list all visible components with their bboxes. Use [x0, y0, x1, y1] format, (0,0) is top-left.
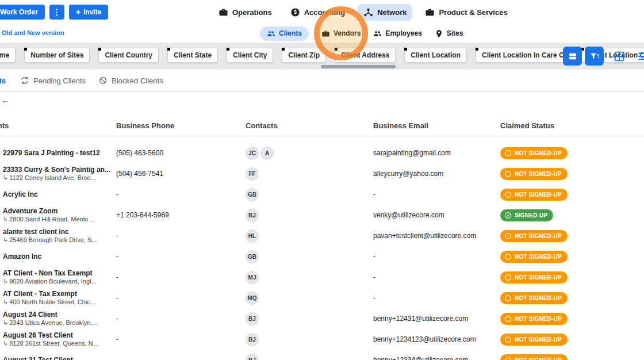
work-order-button[interactable]: Work Order — [0, 5, 45, 20]
table-row[interactable]: alante test client inc ↳ 25469 Borough P… — [0, 225, 644, 246]
table-row[interactable]: Adventure Zoom ↳ 2800 Sand Hill Road, Me… — [0, 205, 644, 225]
contact-avatar[interactable]: MJ — [246, 271, 259, 284]
claimed-status-cell: SIGNED-UP — [497, 209, 644, 221]
contact-avatar[interactable]: A — [260, 147, 274, 160]
header-clients[interactable]: Clients — [0, 121, 113, 130]
table-row[interactable]: August 31 Test Client - BJ benny+12334@u… — [0, 350, 644, 360]
client-address: ↳ 1122 Coney Island Ave, Broo... — [3, 174, 113, 182]
column-chip-number-of-sites[interactable]: Number of Sites — [24, 48, 90, 63]
table-body: 22979 Sara J Painting - test12 (505) 463… — [0, 137, 644, 360]
map-pin-icon — [435, 29, 443, 38]
client-name[interactable]: alante test client inc — [3, 228, 113, 236]
main-nav: Operations Accounting Network Product & … — [213, 0, 513, 24]
contact-avatar[interactable]: FF — [246, 167, 259, 181]
contact-avatar[interactable]: GB — [246, 250, 259, 263]
business-phone: - — [113, 232, 243, 240]
contact-avatar[interactable]: JC — [246, 147, 259, 160]
tab-blocked-clients[interactable]: Blocked Clients — [98, 76, 163, 85]
card-view-button[interactable] — [563, 47, 582, 66]
column-chip-client-name[interactable]: Client Name — [0, 48, 16, 63]
claimed-status-badge[interactable]: NOT SIGNED-UP — [500, 292, 568, 304]
claimed-status-badge[interactable]: NOT SIGNED-UP — [500, 354, 568, 360]
nav-accounting[interactable]: Accounting — [285, 4, 351, 21]
claimed-status-badge[interactable]: NOT SIGNED-UP — [500, 189, 568, 201]
header-claimed-status[interactable]: Claimed Status — [497, 121, 644, 130]
client-name[interactable]: 22979 Sara J Painting - test12 — [3, 149, 113, 157]
column-chip-client-zip[interactable]: Client Zip — [282, 48, 326, 63]
header-business-email[interactable]: Business Email — [370, 121, 497, 130]
column-chip-client-location-in-care-of[interactable]: Client Location In Care Of — [476, 48, 573, 63]
filter-sort-button[interactable] — [585, 47, 604, 66]
subnav-item-sites[interactable]: Sites — [435, 29, 463, 38]
subnav-item-vendors[interactable]: Vendors — [321, 29, 361, 38]
pending-icon — [20, 76, 29, 85]
contact-avatar[interactable]: BJ — [246, 209, 259, 222]
business-phone: - — [113, 252, 243, 261]
client-name[interactable]: 23333 Curry & Son's Paintig an... — [3, 166, 113, 174]
nav-product-services[interactable]: Product & Services — [419, 4, 513, 21]
client-name[interactable]: AT Client - Tax Exempt — [3, 290, 113, 298]
claimed-status-cell: NOT SIGNED-UP — [497, 189, 644, 201]
chips-scrollbar[interactable] — [321, 65, 396, 68]
column-chip-client-location[interactable]: Client Location — [404, 48, 467, 63]
business-email: alleycurry@yahoo.com — [370, 170, 497, 178]
claimed-status-badge[interactable]: NOT SIGNED-UP — [500, 271, 568, 284]
claimed-status-badge[interactable]: NOT SIGNED-UP — [500, 251, 568, 263]
client-name[interactable]: Adventure Zoom — [3, 207, 113, 215]
subnav-item-employees[interactable]: Employees — [373, 29, 421, 38]
claimed-status-badge[interactable]: NOT SIGNED-UP — [500, 334, 568, 346]
version-link[interactable]: Old and New version — [2, 29, 64, 36]
people-icon — [267, 29, 275, 38]
sub-location-arrow-icon: ↳ — [3, 340, 8, 347]
claimed-status-badge[interactable]: NOT SIGNED-UP — [500, 313, 568, 325]
contact-avatar[interactable]: BJ — [246, 333, 259, 346]
client-name[interactable]: August 31 Test Client — [3, 356, 113, 360]
column-chip-client-country[interactable]: Client Country — [98, 48, 159, 63]
exclamation-circle-icon — [504, 253, 512, 261]
nav-label: Accounting — [304, 8, 346, 17]
claimed-status-badge[interactable]: SIGNED-UP — [500, 209, 553, 221]
claimed-status-badge[interactable]: NOT SIGNED-UP — [500, 168, 568, 180]
client-name[interactable]: Amazon Inc — [3, 252, 113, 261]
list-view-button[interactable] — [635, 48, 644, 64]
table-row[interactable]: AT Client - Tax Exempt ↳ 400 North Noble… — [0, 288, 644, 308]
tab-active-clients[interactable]: Active Clients — [0, 76, 7, 85]
table-row[interactable]: 22979 Sara J Painting - test12 (505) 463… — [0, 143, 644, 163]
claimed-status-cell: NOT SIGNED-UP — [497, 168, 644, 180]
header-business-phone[interactable]: Business Phone — [113, 121, 243, 130]
contact-avatar[interactable]: MQ — [246, 292, 259, 305]
client-name[interactable]: August 24 Client — [3, 311, 113, 319]
contact-avatar[interactable]: HL — [246, 229, 259, 243]
business-phone: +1 203-644-5969 — [113, 211, 243, 219]
client-name[interactable]: Acrylic Inc — [3, 190, 113, 198]
contact-avatar[interactable]: BJ — [246, 312, 259, 325]
table-row[interactable]: Amazon Inc - GB - NOT SIGNED-UP — [0, 246, 644, 267]
column-chip-client-city[interactable]: Client City — [227, 48, 273, 63]
column-chip-client-address[interactable]: Client Address — [335, 48, 396, 63]
contacts-cell: BJ — [243, 209, 370, 222]
header-contacts[interactable]: Contacts — [243, 121, 370, 130]
contact-avatar[interactable]: GB — [246, 188, 259, 201]
client-name[interactable]: AT Client - Non Tax Exempt — [3, 269, 113, 277]
subnav-item-clients[interactable]: Clients — [260, 26, 309, 41]
table-row[interactable]: August 26 Test Client ↳ 8128 261st Stree… — [0, 329, 644, 350]
table-row[interactable]: August 24 Client ↳ 2343 Utica Avenue, Br… — [0, 308, 644, 329]
work-order-label: Work Order — [0, 8, 38, 16]
claimed-status-badge[interactable]: NOT SIGNED-UP — [500, 230, 568, 242]
table-row[interactable]: Acrylic Inc - GB - NOT SIGNED-UP — [0, 184, 644, 205]
column-chip-client-state[interactable]: Client State — [167, 48, 218, 63]
invite-button[interactable]: + Invite — [69, 5, 109, 20]
nav-operations[interactable]: Operations — [213, 4, 278, 21]
tab-pending-clients[interactable]: Pending Clients — [20, 76, 86, 85]
filter-sort-icon — [589, 51, 600, 62]
scroll-left-arrow[interactable]: ← — [1, 95, 10, 104]
table-row[interactable]: 23333 Curry & Son's Paintig an... ↳ 1122… — [0, 163, 644, 184]
claimed-status-badge[interactable]: NOT SIGNED-UP — [500, 147, 568, 159]
contact-avatar[interactable]: BJ — [246, 354, 259, 360]
more-options-button[interactable]: ⋮ — [49, 5, 64, 20]
network-icon — [363, 7, 373, 17]
client-name[interactable]: August 26 Test Client — [3, 331, 113, 339]
table-view-button[interactable] — [611, 48, 627, 64]
table-row[interactable]: AT Client - Non Tax Exempt ↳ 9020 Aviati… — [0, 267, 644, 288]
nav-network[interactable]: Network — [358, 4, 412, 21]
